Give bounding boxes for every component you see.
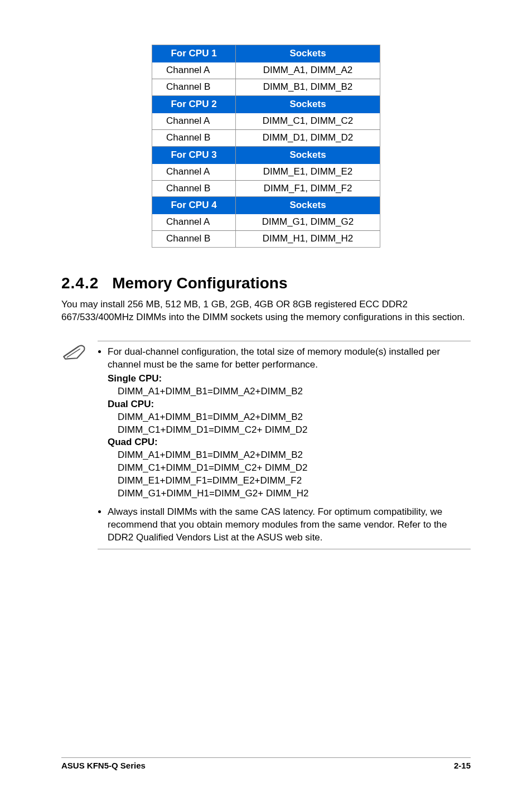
config-label: Single CPU: xyxy=(108,373,162,384)
dimm-sockets-table: For CPU 1 Sockets Channel A DIMM_A1, DIM… xyxy=(152,45,380,248)
note-icon xyxy=(61,341,86,365)
page-footer: ASUS KFN5-Q Series 2-15 xyxy=(61,757,471,771)
table-header-sockets: Sockets xyxy=(236,146,380,163)
table-cell-sockets: DIMM_F1, DIMM_F2 xyxy=(236,180,380,197)
table-cell-channel: Channel A xyxy=(152,62,236,79)
table-header-cpu: For CPU 4 xyxy=(152,197,236,214)
section-number: 2.4.2 xyxy=(61,274,99,292)
config-line: DIMM_E1+DIMM_F1=DIMM_E2+DIMM_F2 xyxy=(118,475,471,487)
footer-right: 2-15 xyxy=(454,760,471,771)
config-line: DIMM_A1+DIMM_B1=DIMM_A2+DIMM_B2 xyxy=(118,411,471,424)
note-text: For dual-channel configuration, the tota… xyxy=(108,346,440,370)
config-label: Dual CPU: xyxy=(108,399,154,409)
note-item: Always install DIMMs with the same CAS l… xyxy=(108,506,471,544)
note-block: For dual-channel configuration, the tota… xyxy=(98,341,471,549)
table-cell-channel: Channel B xyxy=(152,231,236,248)
config-line: DIMM_G1+DIMM_H1=DIMM_G2+ DIMM_H2 xyxy=(118,487,471,500)
section-intro: You may install 256 MB, 512 MB, 1 GB, 2G… xyxy=(61,298,471,324)
table-header-cpu: For CPU 3 xyxy=(152,146,236,163)
table-cell-sockets: DIMM_G1, DIMM_G2 xyxy=(236,214,380,230)
table-cell-channel: Channel A xyxy=(152,214,236,230)
table-cell-sockets: DIMM_H1, DIMM_H2 xyxy=(236,231,380,248)
table-header-cpu: For CPU 1 xyxy=(152,45,236,62)
section-title: Memory Configurations xyxy=(112,274,287,292)
table-header-sockets: Sockets xyxy=(236,197,380,214)
table-cell-channel: Channel B xyxy=(152,79,236,95)
table-cell-channel: Channel A xyxy=(152,164,236,180)
footer-left: ASUS KFN5-Q Series xyxy=(61,760,146,771)
table-header-sockets: Sockets xyxy=(236,95,380,113)
config-line: DIMM_C1+DIMM_D1=DIMM_C2+ DIMM_D2 xyxy=(118,462,471,475)
table-header-cpu: For CPU 2 xyxy=(152,95,236,113)
table-header-sockets: Sockets xyxy=(236,45,380,62)
note-item: For dual-channel configuration, the tota… xyxy=(108,346,471,500)
config-label: Quad CPU: xyxy=(108,437,158,447)
table-cell-sockets: DIMM_A1, DIMM_A2 xyxy=(236,62,380,79)
section-heading: 2.4.2Memory Configurations xyxy=(61,273,471,294)
note-text: Always install DIMMs with the same CAS l… xyxy=(108,506,447,543)
table-cell-channel: Channel B xyxy=(152,180,236,197)
config-line: DIMM_A1+DIMM_B1=DIMM_A2+DIMM_B2 xyxy=(118,449,471,462)
table-cell-channel: Channel A xyxy=(152,113,236,129)
table-cell-sockets: DIMM_C1, DIMM_C2 xyxy=(236,113,380,129)
table-cell-sockets: DIMM_D1, DIMM_D2 xyxy=(236,129,380,146)
table-cell-sockets: DIMM_E1, DIMM_E2 xyxy=(236,164,380,180)
table-cell-sockets: DIMM_B1, DIMM_B2 xyxy=(236,79,380,95)
table-cell-channel: Channel B xyxy=(152,129,236,146)
config-line: DIMM_C1+DIMM_D1=DIMM_C2+ DIMM_D2 xyxy=(118,424,471,437)
config-line: DIMM_A1+DIMM_B1=DIMM_A2+DIMM_B2 xyxy=(118,385,471,398)
